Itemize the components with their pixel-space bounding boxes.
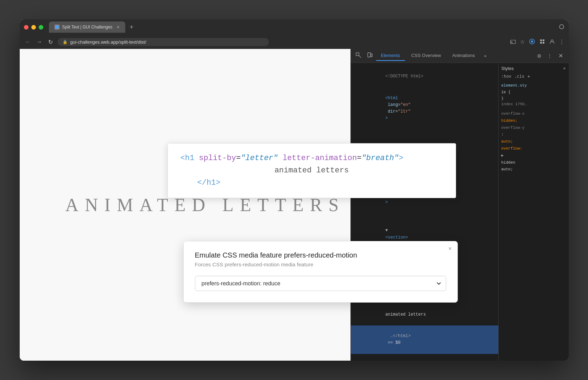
svg-rect-10: [356, 53, 359, 56]
browser-tab-active[interactable]: Split Text | GUI Challenges ✕: [49, 21, 126, 33]
devtools-panel: Elements CSS Overview Animations » ⚙ ⋮ ✕…: [350, 49, 569, 361]
svg-rect-7: [540, 42, 542, 44]
code-close-tag: </h1>: [197, 178, 221, 187]
svg-line-11: [359, 56, 361, 58]
back-button[interactable]: ←: [24, 39, 32, 45]
browser-window: Split Text | GUI Challenges ✕ + ← → ↻ 🔒 …: [20, 19, 569, 361]
tab-title: Split Text | GUI Challenges: [62, 25, 113, 30]
code-attr-split-by: split-by: [199, 154, 236, 163]
style-prop-hidden2: hidden: [501, 159, 566, 166]
style-prop-auto2: auto;: [501, 166, 566, 173]
address-bar: ← → ↻ 🔒 gui-challenges.web.app/split-tex…: [20, 35, 569, 49]
svg-rect-12: [368, 53, 371, 57]
svg-rect-5: [540, 39, 542, 41]
code-tag-open: <h1: [181, 154, 199, 163]
dom-line-html-close[interactable]: …</html> == $0: [351, 325, 498, 354]
code-val-letter: "letter": [241, 154, 278, 163]
code-text-content: animated letters: [181, 164, 443, 177]
inspect-element-icon[interactable]: [354, 51, 363, 61]
svg-point-1: [559, 25, 564, 29]
code-tooltip: <h1 split-by="letter" letter-animation="…: [167, 143, 456, 198]
chrome-icon[interactable]: [529, 38, 535, 46]
doctype-text: <!DOCTYPE html>: [385, 74, 423, 79]
address-field[interactable]: 🔒 gui-challenges.web.app/split-text/dist…: [58, 38, 269, 46]
reload-button[interactable]: ↻: [46, 39, 55, 45]
style-prop-auto: auto;: [501, 138, 566, 145]
devtools-more-tabs[interactable]: »: [481, 52, 489, 60]
toolbar-icons: ☆ ⋮: [510, 38, 564, 46]
title-bar: Split Text | GUI Challenges ✕ +: [20, 19, 569, 35]
cls-pseudo-button[interactable]: .cls: [514, 74, 524, 79]
styles-pseudo-bar: :hov .cls +: [501, 74, 566, 80]
html-tag: <html: [385, 96, 398, 101]
traffic-lights: [24, 25, 43, 30]
style-element-label2: le {: [501, 89, 566, 96]
tab-close-button[interactable]: ✕: [116, 25, 120, 30]
styles-block: element.sty le { }: [501, 82, 566, 102]
devtools-tab-css-overview[interactable]: CSS Overview: [406, 51, 446, 61]
element-style-label2: le {: [501, 90, 511, 94]
svg-point-0: [55, 25, 59, 29]
style-prop-arrow[interactable]: ▶: [501, 152, 566, 159]
svg-rect-6: [543, 39, 544, 41]
traffic-light-yellow[interactable]: [31, 25, 36, 30]
section-expand-arrow[interactable]: ▼: [385, 228, 388, 233]
tab-bar: Split Text | GUI Challenges ✕ +: [49, 21, 559, 33]
code-val-breath: "breath": [361, 154, 399, 163]
devtools-close-icon[interactable]: ✕: [556, 51, 566, 61]
add-style-button[interactable]: +: [527, 74, 530, 80]
media-popup-close-button[interactable]: ×: [448, 246, 451, 252]
browser-menu-dots[interactable]: ⋮: [559, 39, 564, 45]
star-icon[interactable]: ☆: [520, 39, 525, 45]
device-toolbar-icon[interactable]: [365, 51, 375, 61]
devtools-content: <!DOCTYPE html> <html lang="en" dir="ltr…: [351, 63, 569, 361]
styles-title: Styles: [501, 66, 514, 71]
forward-button[interactable]: →: [35, 39, 44, 45]
styles-panel: Styles » :hov .cls + element.sty le {: [498, 63, 569, 361]
tab-favicon: [55, 25, 59, 30]
svg-rect-8: [543, 42, 544, 44]
lock-icon: 🔒: [63, 40, 68, 44]
styles-chevron[interactable]: »: [563, 66, 565, 71]
media-feature-popup: × Emulate CSS media feature prefers-redu…: [183, 241, 458, 303]
dom-line-doctype: <!DOCTYPE html>: [351, 66, 498, 88]
style-prop-hidden: hidden;: [501, 118, 566, 125]
address-text: gui-challenges.web.app/split-text/dist/: [70, 39, 146, 45]
style-element-label: element.sty: [501, 82, 566, 89]
devtools-more-options-icon[interactable]: ⋮: [545, 52, 554, 60]
cast-icon[interactable]: [510, 39, 516, 45]
profile-icon[interactable]: [549, 39, 555, 45]
dom-panel: <!DOCTYPE html> <html lang="en" dir="ltr…: [351, 63, 498, 361]
styles-index: index 175b…: [501, 102, 566, 106]
devtools-settings-icon[interactable]: ⚙: [535, 52, 544, 60]
dom-line-html: <html lang="en" dir="ltr" >: [351, 88, 498, 129]
media-popup-subtitle: Forces CSS prefers-reduced-motion media …: [195, 261, 446, 267]
media-popup-title: Emulate CSS media feature prefers-reduce…: [195, 251, 446, 259]
code-line-1: <h1 split-by="letter" letter-animation="…: [181, 152, 443, 164]
hov-pseudo-button[interactable]: :hov: [501, 74, 512, 79]
code-tag-gt: >: [399, 154, 403, 163]
style-prop-colon: :: [501, 131, 566, 138]
code-line-3: </h1>: [181, 177, 443, 189]
browser-menu-icon[interactable]: [559, 24, 564, 31]
styles-header: Styles »: [501, 66, 566, 71]
devtools-tab-animations[interactable]: Animations: [447, 51, 480, 61]
style-prop-overflow: overflow:: [501, 145, 566, 152]
media-popup-select[interactable]: No emulation prefers-reduced-motion: red…: [195, 276, 446, 291]
svg-point-4: [531, 40, 533, 43]
style-prop-overflow-y: overflow-y: [501, 125, 566, 132]
traffic-light-red[interactable]: [24, 25, 29, 30]
code-attr-letter-animation: letter-animation: [283, 154, 357, 163]
style-element-brace: }: [501, 95, 566, 102]
devtools-tab-elements[interactable]: Elements: [376, 51, 405, 61]
new-tab-button[interactable]: +: [127, 24, 136, 31]
main-content: ANIMATED LETTERS <h1 split-by="letter" l…: [20, 49, 569, 361]
traffic-light-green[interactable]: [39, 25, 43, 30]
style-prop-overflow-x: overflow-x: [501, 110, 566, 118]
element-style-brace: }: [501, 96, 504, 101]
svg-rect-13: [371, 54, 372, 57]
styles-properties: overflow-x hidden; overflow-y : auto; ov…: [501, 110, 566, 173]
devtools-toolbar: Elements CSS Overview Animations » ⚙ ⋮ ✕: [351, 49, 569, 63]
extensions-icon[interactable]: [539, 39, 545, 45]
webpage: ANIMATED LETTERS <h1 split-by="letter" l…: [20, 49, 350, 361]
